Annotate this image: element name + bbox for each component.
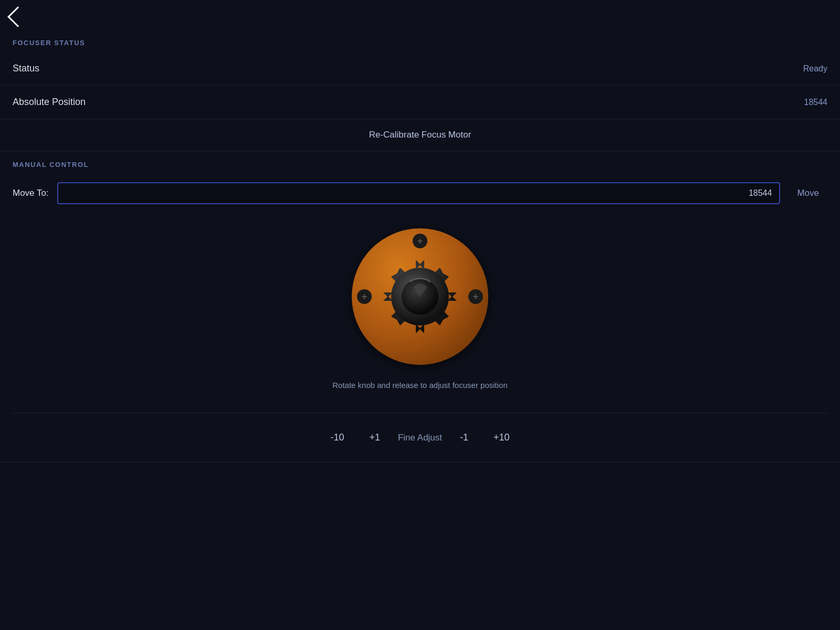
- knob-inner-gear: [381, 257, 459, 336]
- bolt-top: +: [413, 234, 427, 248]
- rotate-hint: Rotate knob and release to adjust focuse…: [332, 381, 508, 390]
- focuser-status-section-header: FOCUSER STATUS: [0, 34, 840, 52]
- position-label: Absolute Position: [13, 97, 86, 108]
- manual-control-section-header: MANUAL CONTROL: [0, 155, 840, 174]
- move-button[interactable]: Move: [789, 183, 827, 204]
- move-to-row: Move To: Move: [0, 174, 840, 213]
- back-button[interactable]: [0, 0, 840, 34]
- position-value: 18544: [804, 98, 828, 107]
- fine-adjust-row: -10 +1 Fine Adjust -1 +10: [0, 413, 840, 462]
- position-row: Absolute Position 18544: [0, 86, 840, 119]
- back-arrow-icon: [7, 6, 28, 27]
- knob-area: + + +: [0, 213, 840, 413]
- minus10-button[interactable]: -10: [318, 426, 356, 449]
- status-label: Status: [13, 63, 39, 74]
- move-to-input[interactable]: [57, 182, 781, 204]
- knob-container[interactable]: + + +: [352, 228, 488, 365]
- recalibrate-button[interactable]: Re-Calibrate Focus Motor: [0, 119, 840, 151]
- bolt-left: +: [357, 289, 372, 304]
- plus1-button[interactable]: +1: [356, 426, 393, 449]
- status-value: Ready: [803, 64, 827, 74]
- fine-adjust-label: Fine Adjust: [393, 426, 447, 449]
- minus1-button[interactable]: -1: [447, 426, 481, 449]
- move-to-label: Move To:: [13, 188, 49, 198]
- status-row: Status Ready: [0, 52, 840, 86]
- bolt-right: +: [468, 289, 483, 304]
- plus10-button[interactable]: +10: [481, 426, 522, 449]
